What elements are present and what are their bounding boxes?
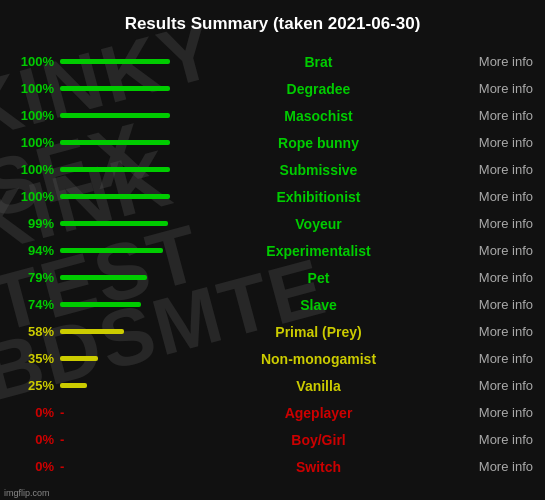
bar-container: - bbox=[60, 405, 180, 420]
percentage-label: 100% bbox=[8, 54, 60, 69]
bar-container bbox=[60, 86, 180, 91]
table-row: 74%SlaveMore info bbox=[8, 291, 537, 318]
kink-name: Rope bunny bbox=[180, 135, 457, 151]
progress-bar bbox=[60, 302, 141, 307]
bar-container bbox=[60, 275, 180, 280]
more-info-link[interactable]: More info bbox=[457, 432, 537, 447]
progress-bar bbox=[60, 221, 168, 226]
table-row: 79%PetMore info bbox=[8, 264, 537, 291]
progress-bar bbox=[60, 59, 170, 64]
percentage-label: 0% bbox=[8, 432, 60, 447]
more-info-link[interactable]: More info bbox=[457, 54, 537, 69]
kink-name: Switch bbox=[180, 459, 457, 475]
more-info-link[interactable]: More info bbox=[457, 351, 537, 366]
bar-container bbox=[60, 113, 180, 118]
bar-container bbox=[60, 356, 180, 361]
more-info-link[interactable]: More info bbox=[457, 324, 537, 339]
bar-container bbox=[60, 383, 180, 388]
bar-container: - bbox=[60, 432, 180, 447]
table-row: 100%DegradeeMore info bbox=[8, 75, 537, 102]
bar-container bbox=[60, 167, 180, 172]
more-info-link[interactable]: More info bbox=[457, 81, 537, 96]
table-row: 100%MasochistMore info bbox=[8, 102, 537, 129]
table-row: 100%SubmissiveMore info bbox=[8, 156, 537, 183]
percentage-label: 100% bbox=[8, 108, 60, 123]
more-info-link[interactable]: More info bbox=[457, 405, 537, 420]
progress-bar bbox=[60, 86, 170, 91]
more-info-link[interactable]: More info bbox=[457, 216, 537, 231]
kink-name: Non-monogamist bbox=[180, 351, 457, 367]
table-row: 99%VoyeurMore info bbox=[8, 210, 537, 237]
percentage-label: 74% bbox=[8, 297, 60, 312]
kink-name: Experimentalist bbox=[180, 243, 457, 259]
progress-bar bbox=[60, 275, 147, 280]
table-row: 35%Non-monogamistMore info bbox=[8, 345, 537, 372]
kink-name: Slave bbox=[180, 297, 457, 313]
bar-container: - bbox=[60, 459, 180, 474]
zero-dash: - bbox=[60, 405, 64, 420]
more-info-link[interactable]: More info bbox=[457, 162, 537, 177]
page-title: Results Summary (taken 2021-06-30) bbox=[8, 10, 537, 38]
percentage-label: 100% bbox=[8, 81, 60, 96]
table-row: 94%ExperimentalistMore info bbox=[8, 237, 537, 264]
table-row: 100%BratMore info bbox=[8, 48, 537, 75]
percentage-label: 25% bbox=[8, 378, 60, 393]
table-row: 100%Rope bunnyMore info bbox=[8, 129, 537, 156]
percentage-label: 94% bbox=[8, 243, 60, 258]
progress-bar bbox=[60, 356, 98, 361]
progress-bar bbox=[60, 248, 163, 253]
percentage-label: 0% bbox=[8, 405, 60, 420]
bar-container bbox=[60, 329, 180, 334]
kink-name: Brat bbox=[180, 54, 457, 70]
kink-name: Exhibitionist bbox=[180, 189, 457, 205]
bar-container bbox=[60, 302, 180, 307]
percentage-label: 100% bbox=[8, 189, 60, 204]
progress-bar bbox=[60, 113, 170, 118]
zero-dash: - bbox=[60, 432, 64, 447]
more-info-link[interactable]: More info bbox=[457, 297, 537, 312]
percentage-label: 35% bbox=[8, 351, 60, 366]
bar-container bbox=[60, 221, 180, 226]
percentage-label: 100% bbox=[8, 135, 60, 150]
kink-name: Ageplayer bbox=[180, 405, 457, 421]
kink-name: Primal (Prey) bbox=[180, 324, 457, 340]
progress-bar bbox=[60, 329, 124, 334]
kink-name: Voyeur bbox=[180, 216, 457, 232]
bar-container bbox=[60, 140, 180, 145]
bar-container bbox=[60, 248, 180, 253]
kink-name: Vanilla bbox=[180, 378, 457, 394]
percentage-label: 99% bbox=[8, 216, 60, 231]
more-info-link[interactable]: More info bbox=[457, 189, 537, 204]
table-row: 0%-SwitchMore info bbox=[8, 453, 537, 480]
percentage-label: 0% bbox=[8, 459, 60, 474]
kink-name: Masochist bbox=[180, 108, 457, 124]
progress-bar bbox=[60, 167, 170, 172]
more-info-link[interactable]: More info bbox=[457, 135, 537, 150]
bar-container bbox=[60, 59, 180, 64]
progress-bar bbox=[60, 194, 170, 199]
more-info-link[interactable]: More info bbox=[457, 270, 537, 285]
more-info-link[interactable]: More info bbox=[457, 378, 537, 393]
more-info-link[interactable]: More info bbox=[457, 108, 537, 123]
kink-name: Degradee bbox=[180, 81, 457, 97]
kink-name: Submissive bbox=[180, 162, 457, 178]
bar-container bbox=[60, 194, 180, 199]
kink-name: Boy/Girl bbox=[180, 432, 457, 448]
table-row: 0%-Boy/GirlMore info bbox=[8, 426, 537, 453]
zero-dash: - bbox=[60, 459, 64, 474]
imgflip-watermark: imgflip.com bbox=[4, 488, 50, 498]
percentage-label: 58% bbox=[8, 324, 60, 339]
percentage-label: 100% bbox=[8, 162, 60, 177]
main-content: Results Summary (taken 2021-06-30) 100%B… bbox=[0, 0, 545, 490]
table-row: 25%VanillaMore info bbox=[8, 372, 537, 399]
table-row: 100%ExhibitionistMore info bbox=[8, 183, 537, 210]
table-row: 58%Primal (Prey)More info bbox=[8, 318, 537, 345]
percentage-label: 79% bbox=[8, 270, 60, 285]
kink-name: Pet bbox=[180, 270, 457, 286]
progress-bar bbox=[60, 140, 170, 145]
progress-bar bbox=[60, 383, 87, 388]
more-info-link[interactable]: More info bbox=[457, 243, 537, 258]
more-info-link[interactable]: More info bbox=[457, 459, 537, 474]
results-table: 100%BratMore info100%DegradeeMore info10… bbox=[8, 48, 537, 480]
table-row: 0%-AgeplayerMore info bbox=[8, 399, 537, 426]
